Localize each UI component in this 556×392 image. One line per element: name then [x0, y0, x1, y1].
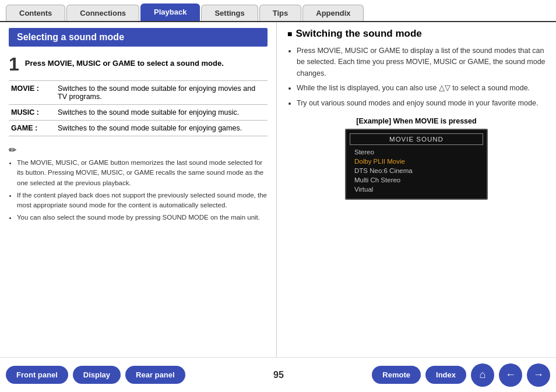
movie-sound-title: MOVIE SOUND	[350, 133, 483, 145]
example-suffix: When MOVIE is pressed	[393, 117, 477, 125]
home-button[interactable]: ⌂	[471, 363, 494, 387]
table-row: MOVIE : Switches to the sound mode suita…	[9, 81, 268, 105]
main-content: Selecting a sound mode 1 Press MOVIE, MU…	[0, 22, 556, 357]
bullet-item: Press MOVIE, MUSIC or GAME to display a …	[297, 45, 546, 79]
tab-playback[interactable]: Playback	[140, 3, 200, 21]
list-item: Dolby PLII Movie	[352, 157, 481, 166]
tab-appendix[interactable]: Appendix	[302, 5, 364, 21]
display-button[interactable]: Display	[73, 366, 121, 384]
example-label: [Example] When MOVIE is pressed	[287, 117, 546, 125]
tab-tips[interactable]: Tips	[259, 5, 302, 21]
bottom-right-buttons: Remote Index ⌂ ← →	[372, 363, 550, 387]
left-column: Selecting a sound mode 1 Press MOVIE, MU…	[0, 22, 277, 357]
tab-settings[interactable]: Settings	[201, 5, 258, 21]
note-list: The MOVIE, MUSIC, or GAME button memoriz…	[9, 158, 268, 223]
note-section: ✏ The MOVIE, MUSIC, or GAME button memor…	[9, 144, 268, 223]
note-item: You can also select the sound mode by pr…	[17, 213, 268, 223]
bottom-bar: Front panel Display Rear panel 95 Remote…	[0, 357, 556, 392]
index-button[interactable]: Index	[425, 366, 466, 384]
mode-table: MOVIE : Switches to the sound mode suita…	[9, 80, 268, 136]
tab-bar: Contents Connections Playback Settings T…	[0, 0, 556, 22]
right-column: Switching the sound mode Press MOVIE, MU…	[277, 22, 556, 357]
switching-heading: Switching the sound mode	[287, 28, 546, 40]
table-row: MUSIC : Switches to the sound mode suita…	[9, 105, 268, 121]
pencil-icon: ✏	[9, 144, 268, 156]
list-item: DTS Neo:6 Cinema	[352, 166, 481, 175]
list-item: Virtual	[352, 185, 481, 194]
section-title: Selecting a sound mode	[9, 28, 268, 47]
table-row: GAME : Switches to the sound mode suitab…	[9, 121, 268, 136]
right-bullet-list: Press MOVIE, MUSIC or GAME to display a …	[287, 45, 546, 109]
bullet-item: Try out various sound modes and enjoy so…	[297, 98, 546, 109]
list-item: Stereo	[352, 147, 481, 157]
mode-label-movie: MOVIE :	[9, 81, 55, 105]
remote-button[interactable]: Remote	[372, 366, 421, 384]
page-number: 95	[273, 370, 284, 380]
mode-desc-music: Switches to the sound mode suitable for …	[55, 105, 268, 121]
tab-contents[interactable]: Contents	[6, 5, 65, 21]
movie-sound-box: MOVIE SOUND Stereo Dolby PLII Movie DTS …	[345, 129, 488, 200]
step-number: 1	[9, 55, 19, 73]
step-header: 1 Press MOVIE, MUSIC or GAME to select a…	[9, 55, 268, 73]
bullet-item: While the list is displayed, you can als…	[297, 83, 546, 94]
mode-label-music: MUSIC :	[9, 105, 55, 121]
front-panel-button[interactable]: Front panel	[6, 366, 68, 384]
step-instruction: Press MOVIE, MUSIC or GAME to select a s…	[25, 55, 224, 69]
list-item: Multi Ch Stereo	[352, 175, 481, 185]
tab-connections[interactable]: Connections	[66, 5, 139, 21]
note-item: If the content played back does not supp…	[17, 190, 268, 211]
note-item: The MOVIE, MUSIC, or GAME button memoriz…	[17, 158, 268, 188]
mode-desc-game: Switches to the sound mode suitable for …	[55, 121, 268, 136]
bottom-left-buttons: Front panel Display Rear panel	[6, 366, 185, 384]
forward-button[interactable]: →	[527, 363, 550, 387]
example-prefix: [Example]	[356, 117, 391, 125]
mode-desc-movie: Switches to the sound mode suitable for …	[55, 81, 268, 105]
movie-sound-list: Stereo Dolby PLII Movie DTS Neo:6 Cinema…	[346, 147, 487, 194]
mode-label-game: GAME :	[9, 121, 55, 136]
rear-panel-button[interactable]: Rear panel	[125, 366, 185, 384]
back-button[interactable]: ←	[499, 363, 522, 387]
